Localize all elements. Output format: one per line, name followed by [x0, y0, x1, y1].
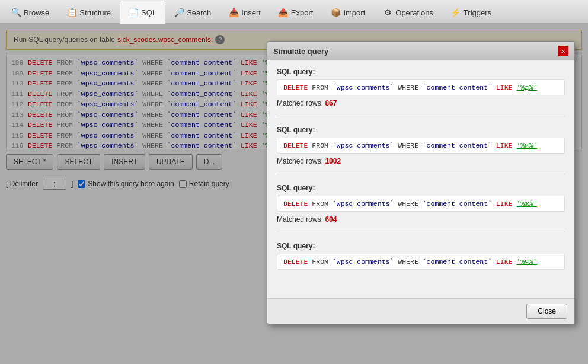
- query-block-label: SQL query:: [277, 184, 565, 192]
- code-part: WHERE: [394, 258, 422, 266]
- modal-close-button[interactable]: ×: [558, 46, 568, 56]
- tab-export[interactable]: 📤 Export: [270, 1, 322, 24]
- tab-triggers-label: Triggers: [464, 8, 491, 17]
- tab-browse[interactable]: 🔍 Browse: [2, 1, 58, 24]
- code-part: FROM: [308, 142, 332, 149]
- code-part: DELETE: [283, 142, 308, 149]
- code-part: FROM: [308, 200, 332, 207]
- tab-triggers[interactable]: ⚡ Triggers: [442, 1, 500, 24]
- main-content: Run SQL query/queries on table sick_scod…: [0, 24, 588, 364]
- code-part: '%и%': [516, 142, 537, 149]
- tab-insert-label: Insert: [241, 8, 261, 17]
- code-part: [492, 200, 496, 207]
- code-part: WHERE: [394, 142, 422, 149]
- code-part: [492, 142, 496, 149]
- query-block-label: SQL query:: [277, 68, 565, 76]
- tab-operations[interactable]: ⚙ Operations: [374, 1, 442, 24]
- code-part: WHERE: [394, 200, 422, 207]
- query-block: SQL query:DELETE FROM `wpsc_comments` WH…: [277, 242, 565, 282]
- code-part: LIKE: [496, 258, 513, 266]
- code-part: WHERE: [394, 84, 422, 91]
- tab-structure[interactable]: 📋 Structure: [58, 1, 120, 24]
- code-part: `wpsc_comments`: [333, 258, 394, 266]
- tab-operations-label: Operations: [395, 8, 433, 17]
- tab-import[interactable]: 📦 Import: [322, 1, 374, 24]
- code-part: FROM: [308, 258, 332, 266]
- tab-browse-label: Browse: [24, 8, 49, 17]
- tab-export-label: Export: [291, 8, 314, 17]
- query-code: DELETE FROM `wpsc_comments` WHERE `comme…: [277, 196, 565, 212]
- tab-import-label: Import: [343, 8, 365, 17]
- matched-count: 1002: [325, 157, 341, 165]
- matched-rows: Matched rows: 1002: [277, 157, 565, 165]
- code-part: LIKE: [496, 142, 513, 149]
- modal-title: Simulate query: [273, 47, 328, 56]
- matched-count: 604: [325, 215, 337, 223]
- import-icon: 📦: [331, 8, 340, 17]
- code-part: `comment_content`: [423, 258, 492, 266]
- tab-bar: 🔍 Browse 📋 Structure 📄 SQL 🔎 Search 📥 In…: [0, 0, 588, 24]
- code-part: DELETE: [283, 84, 308, 91]
- tab-search-label: Search: [187, 8, 211, 17]
- code-part: FROM: [308, 84, 332, 91]
- query-block-label: SQL query:: [277, 242, 565, 250]
- operations-icon: ⚙: [383, 8, 392, 17]
- browse-icon: 🔍: [11, 8, 21, 17]
- tab-insert[interactable]: 📥 Insert: [220, 1, 270, 24]
- query-code: DELETE FROM `wpsc_comments` WHERE `comme…: [277, 138, 565, 154]
- code-part: '%ч%': [516, 258, 537, 266]
- tab-sql-label: SQL: [141, 8, 156, 17]
- code-part: DELETE: [283, 200, 308, 207]
- modal-body[interactable]: SQL query:DELETE FROM `wpsc_comments` WH…: [267, 60, 574, 298]
- code-part: [492, 84, 496, 91]
- query-block-label: SQL query:: [277, 126, 565, 134]
- matched-count: 867: [325, 99, 337, 107]
- code-part: DELETE: [283, 258, 308, 266]
- code-part: `wpsc_comments`: [333, 142, 394, 149]
- query-block: SQL query:DELETE FROM `wpsc_comments` WH…: [277, 126, 565, 174]
- code-part: `wpsc_comments`: [333, 84, 394, 91]
- export-icon: 📤: [279, 8, 288, 17]
- close-button[interactable]: Close: [526, 304, 567, 319]
- triggers-icon: ⚡: [451, 8, 461, 17]
- sql-icon: 📄: [129, 8, 138, 17]
- code-part: '%д%': [516, 84, 537, 91]
- query-block: SQL query:DELETE FROM `wpsc_comments` WH…: [277, 184, 565, 232]
- simulate-query-modal: Simulate query × SQL query:DELETE FROM `…: [267, 41, 575, 324]
- tab-sql[interactable]: 📄 SQL: [120, 1, 165, 24]
- query-block: SQL query:DELETE FROM `wpsc_comments` WH…: [277, 68, 565, 116]
- insert-icon: 📥: [229, 8, 238, 17]
- code-part: `wpsc_comments`: [333, 200, 394, 207]
- tab-search[interactable]: 🔎 Search: [165, 1, 220, 24]
- tab-structure-label: Structure: [79, 8, 111, 17]
- code-part: `comment_content`: [423, 142, 492, 149]
- code-part: LIKE: [496, 200, 513, 207]
- modal-footer: Close: [267, 298, 574, 324]
- code-part: LIKE: [496, 84, 513, 91]
- matched-rows: Matched rows: 867: [277, 99, 565, 107]
- code-part: `comment_content`: [423, 200, 492, 207]
- modal-title-bar: Simulate query ×: [267, 42, 574, 60]
- structure-icon: 📋: [67, 8, 76, 17]
- query-code: DELETE FROM `wpsc_comments` WHERE `comme…: [277, 254, 565, 270]
- code-part: `comment_content`: [423, 84, 492, 91]
- code-part: '%ж%': [516, 200, 537, 207]
- matched-rows: Matched rows: 604: [277, 215, 565, 223]
- search-icon: 🔎: [174, 8, 184, 17]
- code-part: [492, 258, 496, 266]
- query-code: DELETE FROM `wpsc_comments` WHERE `comme…: [277, 79, 565, 95]
